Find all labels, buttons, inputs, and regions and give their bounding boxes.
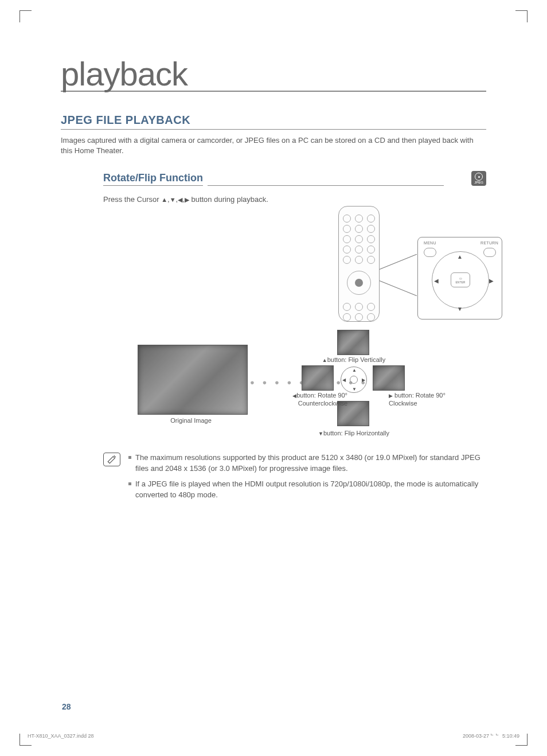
subsection: Rotate/Flip Function JPEG Press the Curs…	[103, 171, 486, 447]
pencil-note-icon	[103, 453, 120, 466]
notes-block: The maximum resolutions supported by thi…	[61, 453, 486, 505]
footer-timestamp: 2008-03-27 ᄂᄂ 5:10:49	[463, 733, 519, 739]
caption-up-text: button: Flip Vertically	[327, 356, 386, 363]
crop-mark	[19, 10, 32, 22]
flip-vertical-thumb	[337, 330, 369, 355]
remote-full-illustration	[338, 206, 380, 322]
left-triangle-icon: ◀	[178, 196, 182, 203]
title-rule	[187, 91, 486, 92]
menu-button-icon	[424, 248, 436, 257]
return-button-icon	[483, 248, 496, 257]
up-triangle-icon: ▲	[161, 196, 167, 203]
instruction-line: Press the Cursor ▲,▼,◀,▶ button during p…	[103, 195, 486, 204]
remote-closeup-illustration: MENU RETURN ▭ ENTER ▲ ▼ ◀ ▶	[417, 237, 502, 319]
rotate-cw-thumb	[373, 365, 405, 391]
rotate-ccw-thumb	[302, 365, 334, 391]
caption-right: ▶ button: Rotate 90° Clockwise	[389, 392, 452, 407]
note-list: The maximum resolutions supported by thi…	[128, 453, 486, 505]
dpad-ring-icon: ▭ ENTER	[432, 251, 489, 309]
caption-left-line2: Counterclockwise	[298, 400, 347, 407]
caption-down: ▼button: Flip Horizontally	[311, 430, 397, 437]
right-triangle-icon: ▶	[389, 393, 393, 399]
up-triangle-icon: ▲	[322, 357, 327, 363]
caption-up: ▲button: Flip Vertically	[317, 356, 391, 364]
note-item: The maximum resolutions supported by thi…	[128, 453, 486, 474]
note-item: If a JPEG file is played when the HDMI o…	[128, 479, 486, 501]
print-footer: HT-X810_XAA_0327.indd 28 2008-03-27 ᄂᄂ 5…	[28, 733, 519, 739]
remote-dpad-icon	[347, 271, 371, 295]
footer-filename: HT-X810_XAA_0327.indd 28	[28, 733, 94, 739]
dpad-down-icon: ▼	[457, 306, 463, 312]
intro-text: Images captured with a digital camera or…	[61, 135, 486, 156]
return-label: RETURN	[480, 241, 498, 245]
page-number: 28	[62, 702, 71, 711]
leader-line	[380, 280, 417, 296]
enter-label: ENTER	[456, 280, 466, 284]
original-image-thumb	[138, 345, 248, 415]
caption-right-line1: button: Rotate 90°	[394, 392, 446, 399]
figure-area: MENU RETURN ▭ ENTER ▲ ▼ ◀ ▶	[103, 206, 486, 447]
nav-circle-icon: ▲▼ ◀▶	[341, 367, 367, 393]
instruction-suffix: button during playback.	[189, 195, 268, 204]
chapter-title: playback	[61, 57, 187, 92]
content-area: playback JPEG FILE PLAYBACK Images captu…	[61, 57, 486, 505]
section-heading: JPEG FILE PLAYBACK	[61, 114, 486, 130]
down-triangle-icon: ▼	[318, 431, 323, 437]
sub-rule	[208, 185, 444, 186]
dpad-right-icon: ▶	[489, 278, 494, 284]
jpeg-badge-label: JPEG	[474, 181, 483, 184]
caption-original: Original Image	[159, 417, 222, 424]
down-triangle-icon: ▼	[170, 196, 176, 203]
caption-left-line1: button: Rotate 90°	[296, 392, 347, 399]
caption-left: ◀button: Rotate 90° Counterclockwise	[284, 392, 347, 407]
enter-button-icon: ▭ ENTER	[451, 272, 470, 287]
subsection-heading: Rotate/Flip Function	[103, 172, 203, 186]
caption-down-text: button: Flip Horizontally	[323, 430, 389, 437]
dpad-left-icon: ◀	[434, 278, 439, 284]
menu-label: MENU	[424, 241, 436, 245]
manual-page: playback JPEG FILE PLAYBACK Images captu…	[0, 0, 547, 756]
crop-mark	[515, 10, 528, 22]
caption-right-line2: Clockwise	[389, 400, 417, 407]
subsection-header-row: Rotate/Flip Function JPEG	[103, 171, 486, 186]
dpad-up-icon: ▲	[457, 254, 463, 260]
chapter-title-row: playback	[61, 57, 486, 92]
right-triangle-icon: ▶	[185, 196, 189, 203]
instruction-prefix: Press the Cursor	[103, 195, 161, 204]
leader-line	[380, 254, 417, 270]
jpeg-disc-icon: JPEG	[471, 171, 486, 186]
